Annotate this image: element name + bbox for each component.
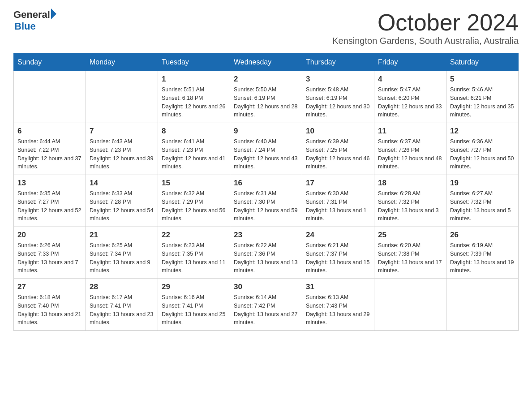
day-info: Sunrise: 6:20 AMSunset: 7:38 PMDaylight:…	[378, 241, 442, 275]
day-info: Sunrise: 6:32 AMSunset: 7:29 PMDaylight:…	[162, 189, 226, 223]
logo-triangle-icon	[51, 9, 56, 19]
title-block: October 2024 Kensington Gardens, South A…	[332, 9, 519, 51]
calendar-week-row: 13Sunrise: 6:35 AMSunset: 7:27 PMDayligh…	[14, 175, 519, 227]
calendar-header-wednesday: Wednesday	[230, 54, 302, 71]
page-header: General Blue October 2024 Kensington Gar…	[13, 9, 519, 51]
logo: General Blue	[13, 9, 56, 32]
logo-blue-text: Blue	[14, 21, 56, 32]
calendar-header-tuesday: Tuesday	[158, 54, 230, 71]
calendar-cell: 23Sunrise: 6:22 AMSunset: 7:36 PMDayligh…	[230, 227, 302, 279]
day-number: 22	[162, 231, 226, 240]
day-info: Sunrise: 5:46 AMSunset: 6:21 PMDaylight:…	[450, 86, 515, 119]
day-info: Sunrise: 6:18 AMSunset: 7:40 PMDaylight:…	[17, 293, 82, 327]
day-info: Sunrise: 6:39 AMSunset: 7:25 PMDaylight:…	[306, 137, 370, 171]
day-info: Sunrise: 6:41 AMSunset: 7:23 PMDaylight:…	[162, 137, 226, 171]
calendar-cell: 6Sunrise: 6:44 AMSunset: 7:22 PMDaylight…	[14, 123, 86, 175]
calendar-cell: 28Sunrise: 6:17 AMSunset: 7:41 PMDayligh…	[86, 279, 158, 331]
calendar-cell: 16Sunrise: 6:31 AMSunset: 7:30 PMDayligh…	[230, 175, 302, 227]
month-title: October 2024	[332, 9, 519, 36]
day-number: 27	[17, 283, 82, 291]
calendar-cell: 14Sunrise: 6:33 AMSunset: 7:28 PMDayligh…	[86, 175, 158, 227]
day-number: 9	[234, 127, 298, 136]
day-info: Sunrise: 5:51 AMSunset: 6:18 PMDaylight:…	[162, 86, 226, 119]
calendar-cell: 7Sunrise: 6:43 AMSunset: 7:23 PMDaylight…	[86, 123, 158, 175]
day-info: Sunrise: 6:27 AMSunset: 7:32 PMDaylight:…	[450, 189, 515, 223]
day-info: Sunrise: 6:23 AMSunset: 7:35 PMDaylight:…	[162, 241, 226, 275]
calendar-week-row: 1Sunrise: 5:51 AMSunset: 6:18 PMDaylight…	[14, 71, 519, 123]
calendar-cell: 29Sunrise: 6:16 AMSunset: 7:41 PMDayligh…	[158, 279, 230, 331]
calendar-cell: 5Sunrise: 5:46 AMSunset: 6:21 PMDaylight…	[446, 71, 519, 123]
calendar-cell: 12Sunrise: 6:36 AMSunset: 7:27 PMDayligh…	[446, 123, 519, 175]
day-info: Sunrise: 6:17 AMSunset: 7:41 PMDaylight:…	[90, 293, 154, 327]
day-number: 20	[17, 231, 82, 240]
calendar-cell: 30Sunrise: 6:14 AMSunset: 7:42 PMDayligh…	[230, 279, 302, 331]
day-info: Sunrise: 5:50 AMSunset: 6:19 PMDaylight:…	[234, 86, 298, 119]
day-info: Sunrise: 6:31 AMSunset: 7:30 PMDaylight:…	[234, 189, 298, 223]
calendar-cell: 18Sunrise: 6:28 AMSunset: 7:32 PMDayligh…	[374, 175, 446, 227]
day-number: 4	[378, 75, 442, 84]
day-info: Sunrise: 6:40 AMSunset: 7:24 PMDaylight:…	[234, 137, 298, 171]
calendar-cell	[446, 279, 519, 331]
day-info: Sunrise: 6:22 AMSunset: 7:36 PMDaylight:…	[234, 241, 298, 275]
day-number: 11	[378, 127, 442, 136]
day-number: 28	[90, 283, 154, 291]
day-number: 2	[234, 75, 298, 84]
calendar-cell: 9Sunrise: 6:40 AMSunset: 7:24 PMDaylight…	[230, 123, 302, 175]
calendar-cell: 17Sunrise: 6:30 AMSunset: 7:31 PMDayligh…	[302, 175, 374, 227]
calendar-cell: 24Sunrise: 6:21 AMSunset: 7:37 PMDayligh…	[302, 227, 374, 279]
day-info: Sunrise: 6:16 AMSunset: 7:41 PMDaylight:…	[162, 293, 226, 327]
day-info: Sunrise: 5:47 AMSunset: 6:20 PMDaylight:…	[378, 86, 442, 119]
day-info: Sunrise: 6:36 AMSunset: 7:27 PMDaylight:…	[450, 137, 515, 171]
calendar-cell: 10Sunrise: 6:39 AMSunset: 7:25 PMDayligh…	[302, 123, 374, 175]
day-number: 5	[450, 75, 515, 84]
day-number: 21	[90, 231, 154, 240]
calendar-cell: 1Sunrise: 5:51 AMSunset: 6:18 PMDaylight…	[158, 71, 230, 123]
day-info: Sunrise: 6:37 AMSunset: 7:26 PMDaylight:…	[378, 137, 442, 171]
day-number: 13	[17, 179, 82, 188]
day-number: 23	[234, 231, 298, 240]
day-number: 14	[90, 179, 154, 188]
day-info: Sunrise: 6:14 AMSunset: 7:42 PMDaylight:…	[234, 293, 298, 327]
calendar-cell: 25Sunrise: 6:20 AMSunset: 7:38 PMDayligh…	[374, 227, 446, 279]
calendar-cell: 3Sunrise: 5:48 AMSunset: 6:19 PMDaylight…	[302, 71, 374, 123]
day-info: Sunrise: 6:35 AMSunset: 7:27 PMDaylight:…	[17, 189, 82, 223]
calendar-cell: 20Sunrise: 6:26 AMSunset: 7:33 PMDayligh…	[14, 227, 86, 279]
day-info: Sunrise: 6:43 AMSunset: 7:23 PMDaylight:…	[90, 137, 154, 171]
day-number: 26	[450, 231, 515, 240]
day-number: 16	[234, 179, 298, 188]
calendar-cell	[86, 71, 158, 123]
day-info: Sunrise: 6:44 AMSunset: 7:22 PMDaylight:…	[17, 137, 82, 171]
calendar-cell: 13Sunrise: 6:35 AMSunset: 7:27 PMDayligh…	[14, 175, 86, 227]
day-info: Sunrise: 5:48 AMSunset: 6:19 PMDaylight:…	[306, 86, 370, 119]
calendar-week-row: 20Sunrise: 6:26 AMSunset: 7:33 PMDayligh…	[14, 227, 519, 279]
day-number: 3	[306, 75, 370, 84]
calendar-week-row: 6Sunrise: 6:44 AMSunset: 7:22 PMDaylight…	[14, 123, 519, 175]
day-number: 19	[450, 179, 515, 188]
day-number: 7	[90, 127, 154, 136]
logo-general-text: General	[13, 9, 50, 21]
day-number: 24	[306, 231, 370, 240]
calendar-header-friday: Friday	[374, 54, 446, 71]
calendar-cell: 11Sunrise: 6:37 AMSunset: 7:26 PMDayligh…	[374, 123, 446, 175]
calendar-header-monday: Monday	[86, 54, 158, 71]
calendar-cell: 2Sunrise: 5:50 AMSunset: 6:19 PMDaylight…	[230, 71, 302, 123]
calendar-header-row: SundayMondayTuesdayWednesdayThursdayFrid…	[14, 54, 519, 71]
calendar-cell	[14, 71, 86, 123]
calendar-cell: 19Sunrise: 6:27 AMSunset: 7:32 PMDayligh…	[446, 175, 519, 227]
calendar-cell	[374, 279, 446, 331]
day-number: 10	[306, 127, 370, 136]
calendar-cell: 15Sunrise: 6:32 AMSunset: 7:29 PMDayligh…	[158, 175, 230, 227]
day-info: Sunrise: 6:25 AMSunset: 7:34 PMDaylight:…	[90, 241, 154, 275]
day-number: 8	[162, 127, 226, 136]
calendar-header-sunday: Sunday	[14, 54, 86, 71]
location-title: Kensington Gardens, South Australia, Aus…	[332, 36, 519, 46]
calendar-table: SundayMondayTuesdayWednesdayThursdayFrid…	[13, 53, 519, 331]
day-number: 30	[234, 283, 298, 291]
calendar-header-saturday: Saturday	[446, 54, 519, 71]
calendar-cell: 8Sunrise: 6:41 AMSunset: 7:23 PMDaylight…	[158, 123, 230, 175]
day-info: Sunrise: 6:13 AMSunset: 7:43 PMDaylight:…	[306, 293, 370, 327]
day-info: Sunrise: 6:21 AMSunset: 7:37 PMDaylight:…	[306, 241, 370, 275]
calendar-cell: 21Sunrise: 6:25 AMSunset: 7:34 PMDayligh…	[86, 227, 158, 279]
day-number: 31	[306, 283, 370, 291]
day-number: 17	[306, 179, 370, 188]
